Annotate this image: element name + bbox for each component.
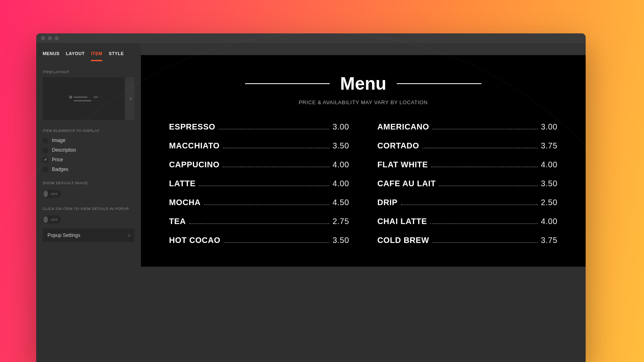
toggle-popup[interactable]: OFF bbox=[43, 216, 61, 224]
preview-toolbar bbox=[141, 43, 586, 55]
menu-item-price: 4.00 bbox=[541, 160, 557, 169]
menu-item-price: 3.50 bbox=[332, 141, 349, 150]
menu-item-name: MACCHIATO bbox=[169, 141, 220, 150]
section-label-popup: CLICK ON ITEM TO VIEW DETAILS IN POPUP bbox=[36, 198, 141, 214]
checkbox-box bbox=[43, 167, 48, 172]
item-layout-next[interactable] bbox=[126, 77, 134, 120]
menu-item-price: 2.50 bbox=[541, 198, 557, 207]
menu-item[interactable]: AMERICANO3.00 bbox=[378, 122, 558, 132]
menu-item-dots bbox=[401, 204, 538, 205]
checkbox-description[interactable]: Description bbox=[43, 147, 134, 153]
toggle-state-label: OFF bbox=[51, 192, 58, 196]
window-titlebar bbox=[36, 33, 586, 43]
menu-item-dots bbox=[223, 167, 329, 167]
menu-item[interactable]: CHAI LATTE4.00 bbox=[378, 217, 558, 226]
item-layout-option[interactable] bbox=[43, 77, 124, 120]
traffic-light-close[interactable] bbox=[41, 36, 45, 40]
menu-item-name: COLD BREW bbox=[378, 236, 429, 245]
menu-item-name: LATTE bbox=[169, 179, 196, 188]
menu-item-name: CHAI LATTE bbox=[378, 217, 427, 226]
menu-item[interactable]: COLD BREW3.75 bbox=[378, 236, 558, 245]
tab-menus[interactable]: MENUS bbox=[43, 51, 60, 61]
menu-item-name: HOT COCAO bbox=[169, 236, 221, 245]
menu-preview: Menu PRICE & AVAILABILITY MAY VARY BY LO… bbox=[141, 55, 586, 267]
menu-item-dots bbox=[204, 204, 330, 205]
section-label-default-image: SHOW DEFAULT IMAGE bbox=[36, 172, 141, 188]
toggle-state-label: OFF bbox=[51, 218, 58, 222]
toggle-knob bbox=[43, 191, 48, 197]
menu-item-dots bbox=[223, 148, 329, 148]
menu-item-price: 4.50 bbox=[332, 198, 349, 207]
section-label-elements: ITEM ELEMENTS TO DISPLAY bbox=[36, 120, 141, 136]
menu-item-name: CORTADO bbox=[378, 141, 419, 150]
menu-item-dots bbox=[430, 223, 538, 224]
chevron-right-icon bbox=[127, 234, 130, 237]
tab-layout[interactable]: LAYOUT bbox=[66, 51, 85, 61]
sidebar-tabs: MENUS LAYOUT ITEM STYLE bbox=[36, 43, 141, 61]
menu-item-name: CAPPUCINO bbox=[169, 160, 219, 169]
menu-item[interactable]: TEA2.75 bbox=[169, 217, 349, 226]
title-rule-right bbox=[397, 83, 481, 84]
element-checkboxes: Image Description ✓ Price Badges bbox=[36, 136, 141, 172]
menu-item-dots bbox=[224, 242, 330, 243]
chevron-right-icon bbox=[128, 97, 132, 100]
checkbox-badges[interactable]: Badges bbox=[43, 167, 134, 172]
menu-item-price: 3.50 bbox=[332, 236, 349, 245]
menu-item-dots bbox=[431, 167, 538, 167]
menu-subtitle: PRICE & AVAILABILITY MAY VARY BY LOCATIO… bbox=[165, 99, 561, 105]
menu-title-row: Menu bbox=[165, 74, 561, 94]
menu-item-price: 3.75 bbox=[541, 141, 557, 150]
settings-sidebar: MENUS LAYOUT ITEM STYLE ITEM LAYOUT bbox=[36, 43, 141, 362]
menu-item[interactable]: ESPRESSO3.00 bbox=[169, 122, 349, 132]
checkbox-box bbox=[43, 148, 48, 153]
preview-pane: Menu PRICE & AVAILABILITY MAY VARY BY LO… bbox=[141, 43, 586, 362]
menu-item-name: DRIP bbox=[378, 198, 398, 207]
traffic-light-minimize[interactable] bbox=[48, 36, 52, 40]
menu-item-name: CAFE AU LAIT bbox=[378, 179, 436, 188]
title-rule-left bbox=[245, 83, 330, 84]
app-window: MENUS LAYOUT ITEM STYLE ITEM LAYOUT bbox=[36, 33, 586, 362]
traffic-light-zoom[interactable] bbox=[55, 36, 59, 40]
checkbox-label: Badges bbox=[52, 167, 68, 172]
menu-columns: ESPRESSO3.00MACCHIATO3.50CAPPUCINO4.00LA… bbox=[165, 122, 561, 245]
popup-settings-row[interactable]: Popup Settings bbox=[43, 228, 134, 242]
menu-item[interactable]: CAFE AU LAIT3.50 bbox=[378, 179, 558, 188]
menu-item-price: 3.00 bbox=[332, 122, 349, 132]
tab-style[interactable]: STYLE bbox=[109, 51, 124, 61]
menu-item[interactable]: FLAT WHITE4.00 bbox=[378, 160, 558, 169]
layout-thumbnail bbox=[69, 96, 98, 101]
menu-column-right: AMERICANO3.00CORTADO3.75FLAT WHITE4.00CA… bbox=[378, 122, 558, 245]
preview-spacer bbox=[141, 267, 586, 362]
toggle-knob bbox=[43, 216, 48, 223]
menu-item-price: 3.75 bbox=[541, 236, 557, 245]
tab-item[interactable]: ITEM bbox=[91, 51, 102, 61]
menu-item-price: 3.00 bbox=[541, 122, 557, 132]
menu-item-name: AMERICANO bbox=[378, 122, 429, 132]
menu-item-price: 4.00 bbox=[332, 160, 349, 169]
menu-item[interactable]: HOT COCAO3.50 bbox=[169, 236, 349, 245]
checkbox-price[interactable]: ✓ Price bbox=[43, 157, 134, 162]
menu-item-price: 4.00 bbox=[541, 217, 557, 226]
menu-item-price: 2.75 bbox=[332, 217, 349, 226]
menu-item-dots bbox=[199, 185, 329, 186]
menu-column-left: ESPRESSO3.00MACCHIATO3.50CAPPUCINO4.00LA… bbox=[169, 122, 349, 245]
checkbox-image[interactable]: Image bbox=[43, 138, 134, 143]
menu-item-name: MOCHA bbox=[169, 198, 201, 207]
menu-item[interactable]: MOCHA4.50 bbox=[169, 198, 349, 207]
menu-item[interactable]: MACCHIATO3.50 bbox=[169, 141, 349, 150]
menu-item[interactable]: DRIP2.50 bbox=[378, 198, 558, 207]
item-layout-picker bbox=[36, 77, 141, 120]
menu-item-dots bbox=[189, 223, 329, 224]
menu-item-name: ESPRESSO bbox=[169, 122, 215, 132]
menu-item-dots bbox=[219, 129, 329, 130]
menu-title: Menu bbox=[340, 74, 386, 94]
checkbox-label: Price bbox=[52, 157, 63, 162]
menu-item[interactable]: CORTADO3.75 bbox=[378, 141, 558, 150]
popup-settings-label: Popup Settings bbox=[47, 232, 80, 238]
menu-item[interactable]: LATTE4.00 bbox=[169, 179, 349, 188]
menu-item[interactable]: CAPPUCINO4.00 bbox=[169, 160, 349, 169]
checkbox-box-checked: ✓ bbox=[43, 157, 48, 162]
menu-item-name: FLAT WHITE bbox=[378, 160, 428, 169]
menu-item-dots bbox=[422, 148, 537, 148]
toggle-default-image[interactable]: OFF bbox=[43, 190, 61, 198]
